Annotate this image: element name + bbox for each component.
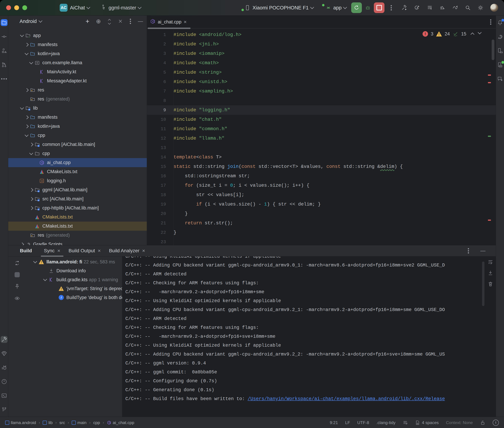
tree-row[interactable]: manifests (8, 113, 147, 122)
line-number[interactable]: 20 (147, 211, 173, 216)
line-number[interactable]: 14 (147, 155, 173, 160)
code-line[interactable]: 17 for (size_t i = 0; i < values.size();… (147, 181, 496, 190)
error-stripe-mark[interactable] (488, 220, 491, 221)
device-manager-tool-button[interactable] (497, 47, 504, 54)
tree-row[interactable]: MainActivity.kt (8, 67, 147, 76)
code-line[interactable]: 19 if (i < values.size() - 1) { str << d… (147, 199, 496, 209)
line-number[interactable]: 16 (147, 173, 173, 179)
line-number[interactable]: 18 (147, 192, 173, 198)
close-window-button[interactable] (6, 5, 11, 10)
line-number[interactable]: 1 (147, 32, 173, 37)
code-line[interactable]: 18 str << values[i]; (147, 190, 496, 199)
running-devices-tool-button[interactable] (497, 61, 504, 68)
resync-button[interactable] (14, 260, 20, 266)
hide-panel-button[interactable]: — (137, 18, 143, 24)
structure-tool-button[interactable] (1, 47, 8, 54)
chevron-down-icon[interactable] (33, 259, 37, 263)
code-line[interactable]: 2#include <jni.h> (147, 39, 496, 49)
chevron-down-icon[interactable] (25, 133, 29, 137)
code-line[interactable]: 23 (147, 237, 496, 245)
formatter-icon[interactable] (403, 420, 408, 425)
chevron-down-icon[interactable] (25, 51, 29, 55)
app-quality-insights-button[interactable] (1, 350, 8, 357)
error-stripe-mark[interactable] (488, 74, 491, 76)
line-number[interactable]: 8 (147, 98, 173, 103)
line-number[interactable]: 10 (147, 117, 173, 122)
tree-row[interactable]: Hlogging.h (8, 176, 147, 185)
rerun-button[interactable] (351, 2, 362, 13)
editor-options-kebab[interactable] (490, 21, 491, 23)
editor-scrollbar[interactable] (492, 40, 494, 60)
unlocked-icon[interactable] (480, 420, 486, 425)
line-number[interactable]: 11 (147, 126, 173, 132)
tree-row[interactable]: cpp (8, 131, 147, 140)
line-number[interactable]: 9 (147, 107, 173, 113)
logcat-tool-button[interactable] (1, 364, 8, 371)
locate-file-button[interactable]: ⊕ (95, 18, 101, 24)
tab-build-output[interactable]: Build Output × (64, 245, 105, 256)
settings-gear-button[interactable] (478, 5, 483, 11)
code-line[interactable]: 20 } (147, 209, 496, 218)
tree-row[interactable]: com.example.llama (8, 58, 147, 67)
breadcrumb-item[interactable]: src (59, 420, 65, 425)
expand-all-button[interactable] (106, 18, 112, 24)
build-tool-button[interactable] (1, 336, 8, 343)
tree-row[interactable]: MessageAdapter.kt (8, 76, 147, 85)
build-tree-row[interactable]: iBuildType 'debug' is both de (26, 293, 122, 302)
collapse-all-button[interactable] (118, 18, 123, 24)
previous-problem-button[interactable] (470, 33, 475, 36)
close-tab-icon[interactable]: × (98, 248, 101, 253)
maximize-window-button[interactable] (22, 5, 27, 10)
close-tab-icon[interactable]: × (142, 248, 145, 253)
stop-build-button[interactable] (15, 272, 20, 277)
pin-icon[interactable] (14, 283, 20, 289)
tab-sync[interactable]: Sync × (40, 245, 64, 256)
version-control-tool-button[interactable] (1, 406, 8, 413)
code-line[interactable]: 7#include <sampling.h> (147, 86, 496, 96)
line-number[interactable]: 15 (147, 164, 173, 169)
tree-row[interactable]: lib (8, 104, 147, 113)
minimize-window-button[interactable] (14, 5, 19, 10)
scroll-to-end-button[interactable] (487, 270, 493, 276)
line-number[interactable]: 4 (147, 60, 173, 66)
gradle-tool-button[interactable] (497, 33, 504, 40)
build-project-button[interactable] (401, 5, 407, 11)
tree-row[interactable]: res(generated) (8, 231, 147, 240)
breadcrumb-item[interactable]: main (72, 420, 86, 425)
code-line[interactable]: 10#include "chat.h" (147, 115, 496, 124)
close-tab-icon[interactable]: × (57, 248, 60, 253)
hide-build-panel-button[interactable]: — (480, 248, 486, 254)
problems-tool-button[interactable] (1, 378, 8, 385)
code-line[interactable]: 6#include <unistd.h> (147, 77, 496, 86)
chevron-down-icon[interactable] (20, 33, 24, 37)
build-tree-row[interactable]: !'jvmTarget: String' is deprec (26, 284, 122, 293)
line-separator[interactable]: LF (345, 420, 350, 425)
caret-position[interactable]: 9:21 (330, 420, 338, 425)
tree-row[interactable]: app (8, 31, 147, 40)
code-line[interactable]: 16 std::ostringstream str; (147, 171, 496, 181)
soft-wrap-button[interactable] (487, 259, 493, 265)
line-number[interactable]: 17 (147, 183, 173, 188)
attach-debugger-button[interactable] (440, 5, 445, 11)
code-line[interactable]: 11#include "common.h" (147, 124, 496, 134)
debug-button[interactable] (365, 5, 371, 11)
event-log-icon[interactable]: ! (493, 420, 499, 426)
project-view-selector[interactable]: Android (19, 18, 37, 24)
gemini-tool-button[interactable] (497, 75, 504, 82)
line-number[interactable]: 13 (147, 145, 173, 150)
breadcrumb-item[interactable]: Cai_chat.cpp (107, 420, 134, 425)
chevron-right-icon[interactable] (29, 142, 34, 147)
run-configuration-selector[interactable]: app (325, 5, 346, 11)
build-files-path-link[interactable]: /Users/hanyin/Workspace/ai-chat/examples… (248, 396, 445, 402)
line-number[interactable]: 12 (147, 136, 173, 141)
code-line[interactable]: 12#include "llama.h" (147, 134, 496, 143)
code-line[interactable]: 8 (147, 96, 496, 105)
commit-tool-button[interactable] (1, 33, 8, 40)
tree-row[interactable]: manifests (8, 40, 147, 49)
line-number[interactable]: 2 (147, 42, 173, 47)
file-encoding[interactable]: UTF-8 (357, 420, 369, 425)
breadcrumb-item[interactable]: lib (43, 420, 53, 425)
tree-row[interactable]: Gradle Scripts (8, 240, 147, 245)
terminal-tool-button[interactable] (1, 392, 8, 399)
filter-eye-button[interactable] (14, 296, 20, 301)
